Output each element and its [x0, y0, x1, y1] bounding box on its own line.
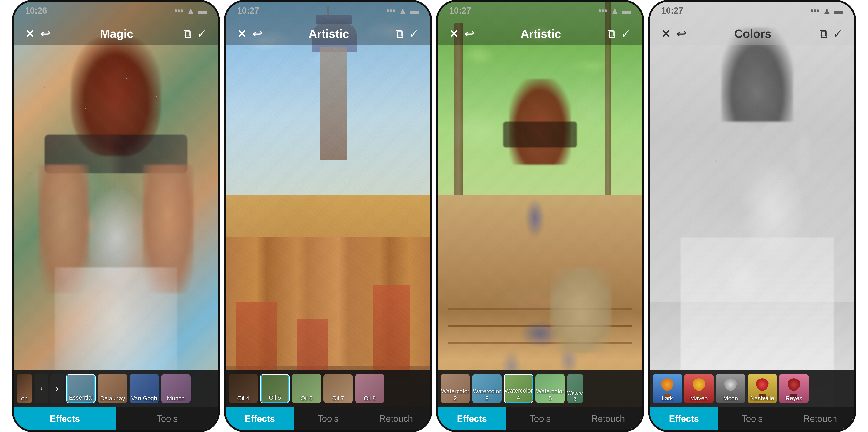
- undo-button-2[interactable]: ↩: [252, 27, 262, 40]
- top-bar-right-2: ⧉ ✓: [395, 27, 419, 40]
- photo-background-1: [14, 2, 218, 430]
- tab-effects-3[interactable]: Effects: [438, 407, 506, 430]
- tab-tools-4[interactable]: Tools: [718, 407, 786, 430]
- phone-4: 10:27 ••• ▲ ▬ ✕ ↩ Colors ⧉ ✓: [648, 0, 856, 432]
- top-bar-left-4: ✕ ↩: [661, 27, 686, 40]
- screen-title-3: Artistic: [521, 27, 561, 40]
- confirm-button-2[interactable]: ✓: [409, 27, 419, 40]
- tab-bar-4: Effects Tools Retouch: [650, 407, 854, 430]
- thumbnail-essential-1[interactable]: Essential: [66, 374, 96, 403]
- thumbnail-moon-4[interactable]: Moon: [716, 374, 745, 403]
- photo-area-2: [226, 2, 430, 430]
- close-button-3[interactable]: ✕: [449, 27, 459, 40]
- close-button-2[interactable]: ✕: [237, 27, 247, 40]
- thumbnail-oil6-2[interactable]: Oil 6: [292, 374, 321, 403]
- thumbnail-on-1[interactable]: on: [17, 374, 32, 403]
- confirm-button-3[interactable]: ✓: [621, 27, 631, 40]
- tab-effects-4[interactable]: Effects: [650, 407, 718, 430]
- thumbnails-strip-1: on ‹ › Essential Delaunay Van Gogh: [14, 370, 218, 407]
- thumbnail-oil7-2[interactable]: Oil 7: [323, 374, 353, 403]
- photo-background-2: [226, 2, 430, 430]
- bottom-panel-1: on ‹ › Essential Delaunay Van Gogh: [14, 370, 218, 430]
- scroll-right-arrow-1[interactable]: ›: [51, 374, 64, 403]
- undo-button-1[interactable]: ↩: [40, 27, 51, 40]
- thumbnail-munch-1[interactable]: Munch: [161, 374, 191, 403]
- top-bar-right-3: ⧉ ✓: [607, 27, 631, 40]
- close-button-1[interactable]: ✕: [25, 27, 35, 40]
- top-bar-left-2: ✕ ↩: [237, 27, 262, 40]
- thumbnail-wc4-3[interactable]: Watercolor 4: [504, 374, 533, 403]
- photo-area-4: [650, 2, 854, 430]
- tab-bar-1: Effects Tools: [14, 407, 218, 430]
- phone-3: 10:27 ••• ▲ ▬ ✕ ↩ Artistic ⧉ ✓: [436, 0, 644, 432]
- thumbnails-strip-2: Oil 4 Oil 5 Oil 6 Oil 7 Oil 8: [226, 370, 430, 407]
- thumbnail-wc5-3[interactable]: Watercolor 5: [535, 374, 565, 403]
- compare-button-4[interactable]: ⧉: [819, 27, 828, 40]
- phone-1: 10:26 ••• ▲ ▬ ✕ ↩ Magic ⧉ ✓: [12, 0, 220, 432]
- thumbnail-reyes-4[interactable]: Reyes: [779, 374, 809, 403]
- screen-title-1: Magic: [100, 27, 133, 40]
- bottom-panel-4: Lark Maven Moon N: [650, 370, 854, 430]
- top-bar-3: ✕ ↩ Artistic ⧉ ✓: [438, 2, 642, 45]
- tab-bar-2: Effects Tools Retouch: [226, 407, 430, 430]
- thumbnail-lark-4[interactable]: Lark: [653, 374, 682, 403]
- phone-2: 10:27 ••• ▲ ▬ ✕ ↩ Artistic ⧉ ✓: [224, 0, 432, 432]
- compare-button-1[interactable]: ⧉: [183, 27, 191, 40]
- screen-title-4: Colors: [734, 27, 772, 40]
- thumbnail-vangogh-1[interactable]: Van Gogh: [129, 374, 159, 403]
- tab-retouch-3[interactable]: Retouch: [574, 407, 642, 430]
- thumbnail-oil5-2[interactable]: Oil 5: [260, 374, 289, 403]
- tab-bar-3: Effects Tools Retouch: [438, 407, 642, 430]
- tab-effects-1[interactable]: Effects: [14, 407, 116, 430]
- tab-retouch-2[interactable]: Retouch: [362, 407, 430, 430]
- top-bar-2: ✕ ↩ Artistic ⧉ ✓: [226, 2, 430, 45]
- photo-area-3: [438, 2, 642, 430]
- photo-background-4: [650, 2, 854, 430]
- thumbnail-delaunay-1[interactable]: Delaunay: [98, 374, 127, 403]
- photo-area-1: [14, 2, 218, 430]
- top-bar-left-3: ✕ ↩: [449, 27, 474, 40]
- tab-tools-3[interactable]: Tools: [506, 407, 574, 430]
- screen-title-2: Artistic: [309, 27, 349, 40]
- top-bar-left-1: ✕ ↩: [25, 27, 51, 40]
- tab-effects-2[interactable]: Effects: [226, 407, 294, 430]
- top-bar-4: ✕ ↩ Colors ⧉ ✓: [650, 2, 854, 45]
- scroll-left-arrow-1[interactable]: ‹: [35, 374, 48, 403]
- tab-retouch-4[interactable]: Retouch: [786, 407, 854, 430]
- photo-background-3: [438, 2, 642, 430]
- thumbnail-maven-4[interactable]: Maven: [684, 374, 714, 403]
- confirm-button-1[interactable]: ✓: [197, 27, 207, 40]
- thumbnail-oil4-2[interactable]: Oil 4: [228, 374, 258, 403]
- thumbnail-wc3-3[interactable]: Watercolor 3: [472, 374, 502, 403]
- top-bar-1: ✕ ↩ Magic ⧉ ✓: [14, 2, 218, 45]
- tab-tools-1[interactable]: Tools: [116, 407, 218, 430]
- top-bar-right-1: ⧉ ✓: [183, 27, 207, 40]
- thumbnails-strip-3: Watercolor 2 Watercolor 3 Watercolor 4 W…: [438, 370, 642, 407]
- thumbnail-nashville-4[interactable]: Nashville: [747, 374, 777, 403]
- confirm-button-4[interactable]: ✓: [833, 27, 843, 40]
- top-bar-right-4: ⧉ ✓: [819, 27, 843, 40]
- undo-button-4[interactable]: ↩: [677, 27, 686, 40]
- compare-button-3[interactable]: ⧉: [607, 27, 616, 40]
- thumbnail-oil8-2[interactable]: Oil 8: [355, 374, 384, 403]
- bottom-panel-2: Oil 4 Oil 5 Oil 6 Oil 7 Oil 8: [226, 370, 430, 430]
- thumbnails-strip-4: Lark Maven Moon N: [650, 370, 854, 407]
- close-button-4[interactable]: ✕: [661, 27, 671, 40]
- compare-button-2[interactable]: ⧉: [395, 27, 403, 40]
- tab-tools-2[interactable]: Tools: [294, 407, 362, 430]
- thumbnail-wc2-3[interactable]: Watercolor 2: [440, 374, 470, 403]
- thumbnail-wc6-3[interactable]: Watercolor 6: [567, 374, 583, 403]
- undo-button-3[interactable]: ↩: [465, 27, 474, 40]
- app-container: 10:26 ••• ▲ ▬ ✕ ↩ Magic ⧉ ✓: [0, 0, 868, 432]
- bottom-panel-3: Watercolor 2 Watercolor 3 Watercolor 4 W…: [438, 370, 642, 430]
